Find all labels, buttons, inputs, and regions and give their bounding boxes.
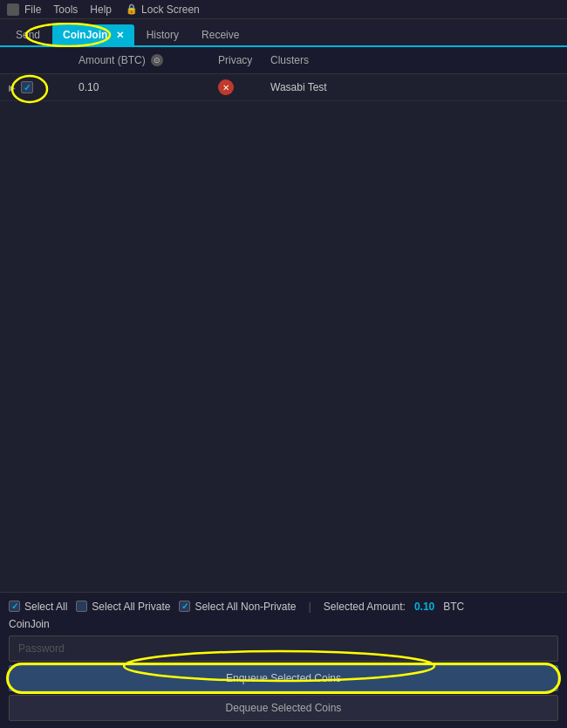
menu-file[interactable]: File bbox=[24, 3, 41, 16]
selected-amount-label: Selected Amount: bbox=[324, 601, 406, 613]
col-privacy-label: Privacy bbox=[218, 54, 252, 66]
table-header: Amount (BTC) ⊙ Privacy Clusters bbox=[0, 47, 567, 74]
dequeue-button[interactable]: Dequeue Selected Coins bbox=[9, 695, 558, 721]
selected-amount-value: 0.10 bbox=[414, 601, 434, 613]
title-bar: File Tools Help 🔒 Lock Screen bbox=[0, 0, 567, 19]
privacy-icon-symbol: ✕ bbox=[222, 83, 229, 93]
col-amount: Amount (BTC) ⊙ bbox=[79, 54, 218, 66]
select-all-private-label: Select All Private bbox=[92, 601, 170, 613]
table-row: ▶ 0.10 ✕ Wasabi Test bbox=[0, 74, 567, 101]
lock-screen-label: Lock Screen bbox=[141, 3, 200, 16]
btc-label: BTC bbox=[443, 601, 464, 613]
select-all-non-private-checkbox[interactable] bbox=[179, 601, 190, 612]
menu-tools[interactable]: Tools bbox=[53, 3, 78, 16]
amount-info-icon[interactable]: ⊙ bbox=[151, 54, 163, 66]
expand-arrow[interactable]: ▶ bbox=[9, 83, 16, 93]
password-input[interactable] bbox=[9, 635, 558, 662]
select-all-private-item: Select All Private bbox=[76, 601, 170, 613]
col-clusters-label: Clusters bbox=[270, 54, 309, 66]
tab-coinjoin-label: CoinJoin bbox=[63, 29, 107, 41]
close-coinjoin-tab[interactable]: ✕ bbox=[116, 30, 124, 40]
select-all-label: Select All bbox=[24, 601, 67, 613]
tab-receive[interactable]: Receive bbox=[191, 24, 249, 45]
menu-help[interactable]: Help bbox=[90, 3, 112, 16]
select-all-checkbox[interactable] bbox=[9, 601, 20, 612]
tab-history[interactable]: History bbox=[136, 24, 189, 45]
row-checkbox[interactable] bbox=[21, 81, 33, 93]
col-clusters: Clusters bbox=[270, 54, 375, 66]
col-amount-label: Amount (BTC) bbox=[79, 54, 146, 66]
col-extra bbox=[375, 54, 558, 66]
col-privacy: Privacy bbox=[218, 54, 270, 66]
bottom-controls: Select All Select All Private Select All… bbox=[0, 592, 567, 728]
menu-bar: File Tools Help bbox=[24, 3, 112, 16]
privacy-low-icon: ✕ bbox=[218, 79, 234, 95]
select-all-private-checkbox[interactable] bbox=[76, 601, 87, 612]
btn-row: Enqueue Selected Coins Dequeue Selected … bbox=[9, 665, 558, 721]
select-all-non-private-item: Select All Non-Private bbox=[179, 601, 296, 613]
nav-tabs: Send CoinJoin ✕ History Receive bbox=[0, 19, 567, 47]
row-amount: 0.10 bbox=[79, 81, 218, 93]
row-cluster: Wasabi Test bbox=[270, 81, 375, 93]
enqueue-btn-wrapper: Enqueue Selected Coins bbox=[9, 665, 558, 691]
col-checkbox bbox=[9, 54, 79, 66]
row-privacy: ✕ bbox=[218, 79, 270, 95]
tab-send[interactable]: Send bbox=[5, 24, 51, 45]
tab-coinjoin[interactable]: CoinJoin ✕ bbox=[52, 24, 134, 45]
row-checkbox-area: ▶ bbox=[9, 81, 79, 93]
separator: | bbox=[308, 600, 311, 613]
app-icon bbox=[7, 3, 19, 16]
lock-icon: 🔒 bbox=[126, 3, 138, 15]
select-all-item: Select All bbox=[9, 601, 67, 613]
coinjoin-section-label: CoinJoin bbox=[9, 618, 558, 630]
select-row: Select All Select All Private Select All… bbox=[9, 600, 558, 613]
select-all-non-private-label: Select All Non-Private bbox=[195, 601, 296, 613]
lock-screen-btn[interactable]: 🔒 Lock Screen bbox=[126, 3, 200, 16]
enqueue-button[interactable]: Enqueue Selected Coins bbox=[9, 665, 558, 691]
table-body: ▶ 0.10 ✕ Wasabi Test bbox=[0, 74, 567, 592]
main-content: Amount (BTC) ⊙ Privacy Clusters ▶ bbox=[0, 47, 567, 728]
